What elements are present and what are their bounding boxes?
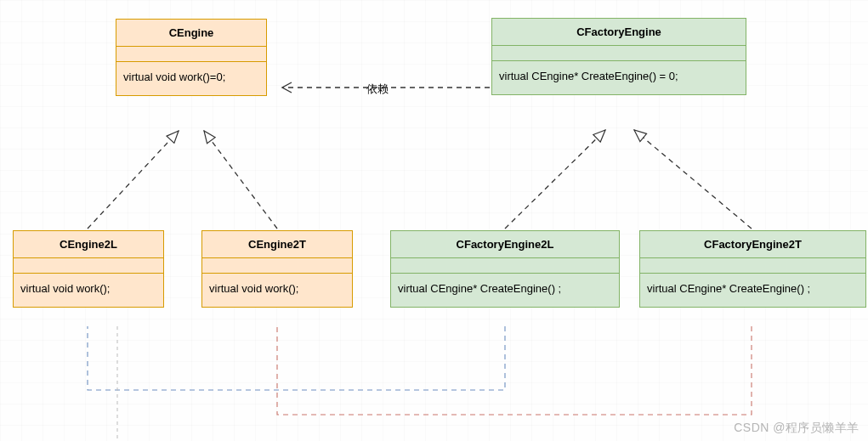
dependency-label: 依赖 [363,82,392,97]
class-title: CFactoryEngine [492,19,746,46]
generalization-cengine2l [88,131,179,229]
class-operation: virtual CEngine* CreateEngine() ; [391,274,619,307]
class-operation: virtual CEngine* CreateEngine() ; [640,274,865,307]
class-cfactoryengine2t: CFactoryEngine2T virtual CEngine* Create… [639,230,866,308]
class-cfactoryengine: CFactoryEngine virtual CEngine* CreateEn… [491,18,746,95]
class-attributes [116,47,266,62]
class-attributes [14,258,163,274]
class-title: CEngine2L [14,231,163,258]
class-attributes [640,258,865,274]
class-title: CEngine [116,20,266,47]
class-cengine2t: CEngine2T virtual void work(); [201,230,353,308]
class-operation: virtual void work(); [202,274,352,307]
class-cfactoryengine2l: CFactoryEngine2L virtual CEngine* Create… [390,230,620,308]
class-title: CFactoryEngine2L [391,231,619,258]
class-attributes [202,258,352,274]
assoc-factory2l-engine2l [88,326,505,390]
class-cengine: CEngine virtual void work()=0; [116,19,267,96]
generalization-cfactory2t [634,130,752,229]
class-title: CFactoryEngine2T [640,231,865,258]
class-operation: virtual void work()=0; [116,62,266,95]
class-attributes [391,258,619,274]
assoc-factory2t-engine2t [277,326,752,415]
class-cengine2l: CEngine2L virtual void work(); [13,230,164,308]
watermark: CSDN @程序员懒羊羊 [734,421,859,436]
class-title: CEngine2T [202,231,352,258]
class-operation: virtual CEngine* CreateEngine() = 0; [492,61,746,94]
class-attributes [492,46,746,61]
generalization-cfactory2l [505,130,605,229]
class-operation: virtual void work(); [14,274,163,307]
generalization-cengine2t [204,131,277,229]
